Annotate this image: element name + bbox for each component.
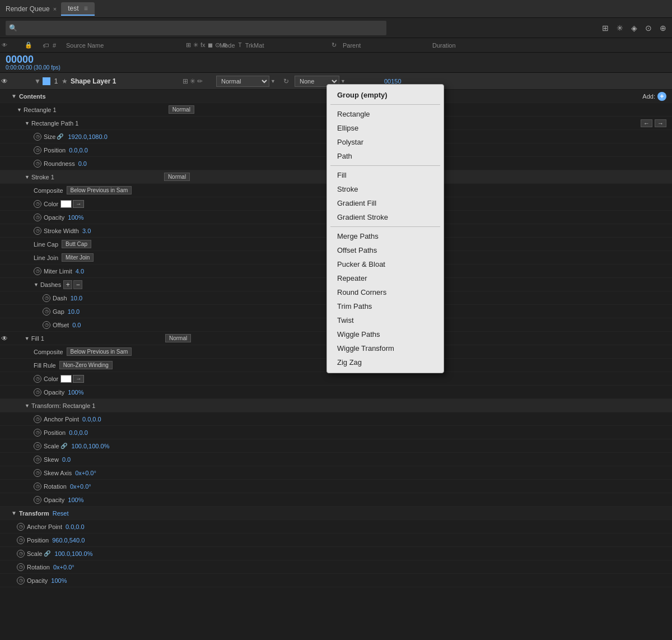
- fill-composite-value[interactable]: Below Previous in Sam: [67, 347, 132, 356]
- line-cap-value[interactable]: Butt Cap: [62, 240, 91, 248]
- miter-limit-value[interactable]: 4.0: [76, 268, 84, 275]
- position-value[interactable]: 0.0,0.0: [69, 147, 88, 154]
- stroke-width-anim-icon[interactable]: ◷: [34, 227, 41, 235]
- transform-triangle[interactable]: ▼: [11, 510, 17, 516]
- dropdown-fill[interactable]: Fill: [327, 168, 444, 182]
- stroke-color-anim-icon[interactable]: ◷: [34, 200, 41, 208]
- size-anim-icon[interactable]: ◷: [34, 133, 41, 141]
- dropdown-twist[interactable]: Twist: [327, 313, 444, 327]
- t-opacity-anim[interactable]: ◷: [17, 577, 25, 585]
- toolbar-icon-2[interactable]: ✳: [617, 24, 623, 33]
- tr1-rotation-anim[interactable]: ◷: [34, 483, 41, 490]
- tr1-anchor-value[interactable]: 0.0,0.0: [82, 416, 101, 423]
- fill-opacity-value[interactable]: 100%: [68, 389, 83, 396]
- stroke-opacity-anim-icon[interactable]: ◷: [34, 214, 41, 221]
- line-join-value[interactable]: Miter Join: [62, 253, 94, 262]
- gap-anim-icon[interactable]: ◷: [43, 308, 50, 316]
- stroke-color-swatch[interactable]: [60, 200, 72, 208]
- tr1-scale-anim[interactable]: ◷: [34, 442, 41, 450]
- stroke-color-arrow[interactable]: →: [73, 200, 84, 208]
- tr1-skew-value[interactable]: 0.0: [62, 456, 71, 463]
- tr1-scale-value[interactable]: 100.0,100.0%: [72, 443, 110, 449]
- dropdown-round-corners[interactable]: Round Corners: [327, 285, 444, 299]
- fill1-triangle[interactable]: ▼: [25, 336, 30, 341]
- tab-menu-icon[interactable]: ≡: [84, 4, 88, 12]
- t-rotation-anim[interactable]: ◷: [17, 563, 25, 571]
- toolbar-icon-5[interactable]: ⊕: [660, 24, 666, 33]
- close-button[interactable]: ×: [53, 6, 57, 12]
- arrow-right[interactable]: →: [655, 119, 666, 127]
- size-value[interactable]: 1920.0,1080.0: [68, 133, 107, 140]
- t-anchor-anim[interactable]: ◷: [17, 523, 25, 531]
- tr1-anchor-anim[interactable]: ◷: [34, 415, 41, 423]
- dropdown-repeater[interactable]: Repeater: [327, 271, 444, 285]
- dashes-triangle[interactable]: ▼: [34, 282, 39, 287]
- add-circle-btn[interactable]: +: [657, 92, 666, 101]
- rect1-triangle[interactable]: ▼: [17, 107, 22, 113]
- t-rotation-value[interactable]: 0x+0.0°: [53, 564, 74, 571]
- dropdown-gradient-stroke[interactable]: Gradient Stroke: [327, 210, 444, 224]
- dropdown-path[interactable]: Path: [327, 149, 444, 163]
- stroke-width-value[interactable]: 3.0: [82, 228, 91, 234]
- dropdown-ellipse[interactable]: Ellipse: [327, 121, 444, 135]
- dash-value[interactable]: 10.0: [71, 295, 82, 302]
- position-anim-icon[interactable]: ◷: [34, 146, 41, 154]
- dashes-minus[interactable]: −: [73, 280, 82, 289]
- toolbar-icon-3[interactable]: ◈: [631, 24, 637, 33]
- miter-limit-anim-icon[interactable]: ◷: [34, 267, 41, 275]
- stroke-composite-value[interactable]: Below Previous in Sam: [67, 186, 132, 194]
- offset-value[interactable]: 0.0: [72, 322, 81, 328]
- dropdown-pucker-bloat[interactable]: Pucker & Bloat: [327, 257, 444, 271]
- dropdown-merge-paths[interactable]: Merge Paths: [327, 229, 444, 243]
- dashes-plus[interactable]: +: [63, 280, 72, 289]
- stroke1-triangle[interactable]: ▼: [25, 174, 30, 180]
- tr1-position-anim[interactable]: ◷: [34, 429, 41, 437]
- fill-opacity-anim-icon[interactable]: ◷: [34, 388, 41, 396]
- dropdown-wiggle-paths[interactable]: Wiggle Paths: [327, 327, 444, 341]
- dropdown-polystar[interactable]: Polystar: [327, 135, 444, 149]
- tr1-skew-anim[interactable]: ◷: [34, 456, 41, 463]
- gap-value[interactable]: 10.0: [68, 308, 80, 315]
- layer-collapse[interactable]: ▼: [32, 77, 43, 85]
- t-scale-value[interactable]: 100.0,100.0%: [55, 550, 93, 557]
- transform-rect1-triangle[interactable]: ▼: [25, 403, 30, 409]
- tr1-opacity-value[interactable]: 100%: [68, 497, 83, 503]
- dropdown-offset-paths[interactable]: Offset Paths: [327, 243, 444, 257]
- dropdown-wiggle-transform[interactable]: Wiggle Transform: [327, 341, 444, 355]
- dash-anim-icon[interactable]: ◷: [43, 294, 50, 302]
- tr1-position-value[interactable]: 0.0,0.0: [69, 429, 88, 436]
- t-position-anim[interactable]: ◷: [17, 536, 25, 544]
- dropdown-stroke[interactable]: Stroke: [327, 182, 444, 196]
- dropdown-group-empty[interactable]: Group (empty): [327, 88, 444, 102]
- dropdown-rectangle[interactable]: Rectangle: [327, 107, 444, 121]
- offset-anim-icon[interactable]: ◷: [43, 321, 50, 329]
- t-opacity-value[interactable]: 100%: [51, 577, 67, 584]
- t-anchor-value[interactable]: 0.0,0.0: [66, 523, 85, 530]
- toolbar-icon-1[interactable]: ⊞: [602, 24, 609, 33]
- contents-triangle[interactable]: ▼: [11, 93, 17, 99]
- roundness-value[interactable]: 0.0: [78, 160, 87, 167]
- stroke-opacity-value[interactable]: 100%: [68, 214, 83, 221]
- dropdown-gradient-fill[interactable]: Gradient Fill: [327, 196, 444, 210]
- tr1-opacity-anim[interactable]: ◷: [34, 496, 41, 504]
- roundness-anim-icon[interactable]: ◷: [34, 160, 41, 168]
- tab-test[interactable]: test ≡: [61, 2, 95, 16]
- t-position-value[interactable]: 960.0,540.0: [52, 537, 85, 544]
- tr1-skewaxis-value[interactable]: 0x+0.0°: [75, 470, 96, 476]
- rect-path1-triangle[interactable]: ▼: [25, 120, 30, 126]
- fill1-vis[interactable]: 👁: [0, 335, 9, 342]
- dropdown-trim-paths[interactable]: Trim Paths: [327, 299, 444, 313]
- tr1-rotation-value[interactable]: 0x+0.0°: [70, 483, 91, 490]
- t-scale-anim[interactable]: ◷: [17, 550, 25, 558]
- layer-mode-select[interactable]: Normal: [216, 76, 269, 87]
- fill-rule-value[interactable]: Non-Zero Winding: [59, 361, 113, 369]
- fill-color-anim-icon[interactable]: ◷: [34, 375, 41, 383]
- tr1-skewaxis-anim[interactable]: ◷: [34, 469, 41, 477]
- toolbar-icon-4[interactable]: ⊙: [645, 24, 652, 33]
- reset-btn[interactable]: Reset: [53, 510, 69, 517]
- fill-color-swatch[interactable]: [60, 375, 72, 383]
- fill-color-arrow[interactable]: →: [73, 375, 84, 383]
- search-input[interactable]: [20, 21, 383, 35]
- arrow-left[interactable]: ←: [641, 119, 652, 127]
- dropdown-zig-zag[interactable]: Zig Zag: [327, 355, 444, 369]
